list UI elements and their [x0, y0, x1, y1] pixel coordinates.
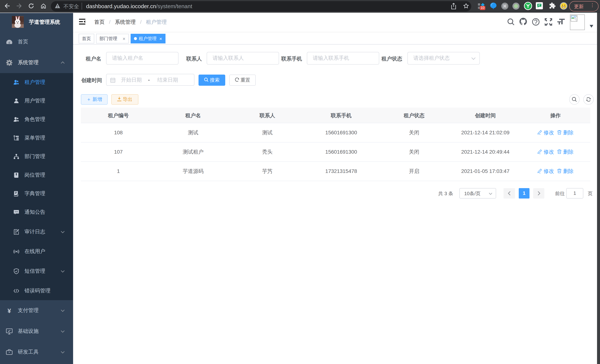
svg-text:⌘: ⌘ — [503, 4, 507, 9]
svg-text:¥: ¥ — [8, 307, 11, 314]
